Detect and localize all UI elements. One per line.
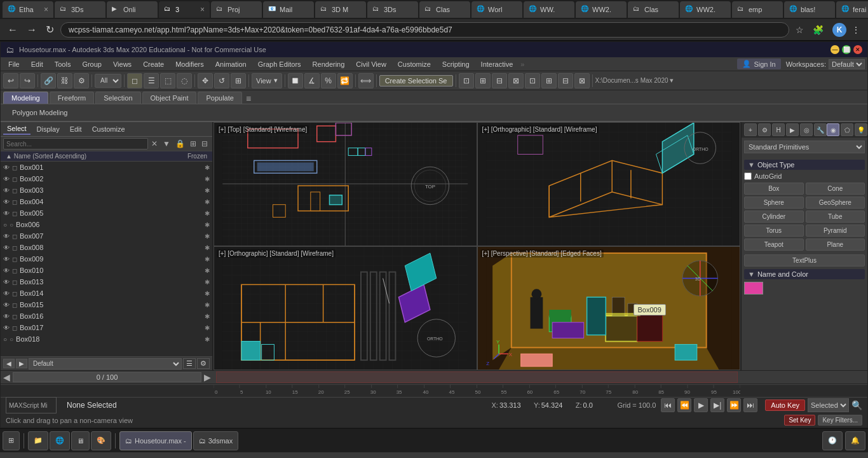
explorer-item-box002[interactable]: 👁◻Box002✱	[1, 173, 212, 184]
panel-display-icon[interactable]: ◎	[800, 123, 813, 136]
tab-selection[interactable]: Selection	[95, 92, 140, 104]
browser-tab-6[interactable]: 📧 Mail	[263, 1, 314, 18]
obj-type-cylinder[interactable]: Cylinder	[744, 211, 804, 223]
obj-type-tube[interactable]: Tube	[806, 211, 865, 223]
eye-icon-box006[interactable]: ○	[3, 221, 7, 228]
menu-interactive[interactable]: Interactive	[476, 59, 519, 69]
panel-create-icon[interactable]: +	[744, 123, 757, 136]
panel-utilities-icon[interactable]: 🔧	[814, 123, 827, 136]
eye-icon-box008[interactable]: 👁	[3, 244, 10, 251]
scale-button[interactable]: ⊞	[231, 73, 246, 88]
panel-hierarchy-icon[interactable]: H	[772, 123, 785, 136]
browser-tab-13[interactable]: 🗂 Clas	[628, 1, 679, 18]
explorer-item-box007[interactable]: 👁◻Box007✱	[1, 230, 212, 242]
standard-primitives-select[interactable]: Standard Primitives	[744, 141, 865, 153]
menu-create[interactable]: Create	[138, 59, 169, 69]
ribbon-polygon-modeling[interactable]: Polygon Modeling	[6, 108, 74, 118]
eye-icon-box017[interactable]: 👁	[3, 324, 10, 331]
browser-tab-1[interactable]: 🌐 Etha ×	[3, 1, 53, 18]
lasso-select-button[interactable]: ◌	[177, 73, 192, 88]
taskbar-clock[interactable]: 🕐	[822, 431, 843, 450]
taskbar-browser[interactable]: 🌐	[50, 431, 70, 450]
unlink-button[interactable]: ⛓	[57, 73, 72, 88]
obj-type-pyramid[interactable]: Pyramid	[806, 225, 865, 237]
named-sel-5[interactable]: ⊡	[525, 73, 540, 88]
auto-key-button[interactable]: Auto Key	[765, 399, 805, 411]
explorer-tab-display[interactable]: Display	[33, 124, 64, 134]
explorer-item-box009[interactable]: 👁◻Box009✱	[1, 253, 212, 265]
eye-icon-box003[interactable]: 👁	[3, 187, 10, 194]
explorer-item-box004[interactable]: 👁◻Box004✱	[1, 196, 212, 207]
menu-group[interactable]: Group	[77, 59, 107, 69]
minimize-button[interactable]: —	[831, 45, 839, 54]
spinner-snap-button[interactable]: 🔁	[337, 73, 353, 88]
explorer-expand-btn[interactable]: ⊞	[188, 139, 198, 149]
reload-button[interactable]: ↻	[43, 22, 57, 37]
browser-tab-15[interactable]: 🗂 emp	[732, 1, 783, 18]
explorer-filter-btn[interactable]: ▼	[161, 139, 172, 149]
obj-type-textplus[interactable]: TextPlus	[744, 254, 865, 267]
angle-snap-button[interactable]: ∡	[304, 73, 320, 88]
mirror-button[interactable]: ⟺	[358, 73, 374, 88]
named-sel-2[interactable]: ⊞	[475, 73, 491, 88]
profile-avatar[interactable]: K	[832, 23, 846, 37]
set-key-button[interactable]: Set Key	[784, 415, 815, 426]
named-sel-3[interactable]: ⊟	[492, 73, 507, 88]
explorer-lock-btn[interactable]: 🔒	[173, 139, 187, 149]
redo-button[interactable]: ↪	[20, 73, 35, 88]
eye-icon-box004[interactable]: 👁	[3, 198, 10, 205]
layer-select[interactable]: Default	[29, 358, 182, 370]
browser-menu-button[interactable]: ⋮	[849, 24, 863, 36]
eye-icon-box002[interactable]: 👁	[3, 176, 10, 183]
explorer-prev-btn[interactable]: ◀	[3, 359, 15, 368]
render-icon-box002[interactable]: ◻	[12, 176, 17, 183]
explorer-collapse-btn[interactable]: ⊟	[200, 139, 210, 149]
menu-civil-view[interactable]: Civil View	[351, 59, 391, 69]
eye-icon-box013[interactable]: 👁	[3, 279, 10, 286]
filter-select[interactable]: All	[95, 74, 121, 88]
create-selection-button[interactable]: Create Selection Se	[379, 75, 453, 87]
eye-icon-box007[interactable]: 👁	[3, 233, 10, 240]
explorer-item-box008[interactable]: 👁◻Box008✱	[1, 242, 212, 253]
browser-tab-8[interactable]: 🗂 3Ds	[367, 1, 418, 18]
eye-icon-box009[interactable]: 👁	[3, 256, 10, 263]
obj-type-cone[interactable]: Cone	[806, 183, 865, 195]
named-sel-1[interactable]: ⊡	[459, 73, 474, 88]
obj-type-torus[interactable]: Torus	[744, 225, 804, 237]
menu-graph-editors[interactable]: Graph Editors	[253, 59, 306, 69]
render-icon-box018[interactable]: ○	[10, 336, 13, 343]
browser-tab-16[interactable]: 🌐 blas!	[784, 1, 835, 18]
render-icon-box008[interactable]: ◻	[12, 244, 17, 251]
panel-light-icon[interactable]: 💡	[855, 123, 867, 136]
explorer-list[interactable]: 👁◻Box001✱👁◻Box002✱👁◻Box003✱👁◻Box004✱👁◻Bo…	[1, 162, 212, 356]
workspaces-select[interactable]: Default	[829, 59, 865, 69]
render-icon-box004[interactable]: ◻	[12, 198, 17, 205]
named-sel-8[interactable]: ⊠	[574, 73, 590, 88]
explorer-item-box018[interactable]: ○○Box018✱	[1, 333, 212, 345]
taskbar-notifications[interactable]: 🔔	[845, 431, 865, 450]
tab-close-4[interactable]: ×	[200, 5, 205, 14]
start-button[interactable]: ⊞	[3, 431, 20, 450]
ribbon-more-btn[interactable]: ≡	[246, 94, 251, 104]
render-icon-box003[interactable]: ◻	[12, 187, 17, 194]
named-sel-7[interactable]: ⊟	[558, 73, 573, 88]
autogrid-checkbox[interactable]	[744, 172, 752, 180]
play-btn[interactable]: ▶	[694, 398, 708, 412]
menu-modifiers[interactable]: Modifiers	[170, 59, 209, 69]
explorer-add-layer-btn[interactable]: ☰	[183, 358, 196, 369]
taskbar-file-explorer[interactable]: 📁	[28, 431, 48, 450]
viewport-perspective[interactable]: [+] [Perspective] [Standard] [Edged Face…	[477, 246, 741, 370]
browser-tab-17[interactable]: 🌐 ferai	[836, 1, 868, 18]
explorer-tab-customize[interactable]: Customize	[88, 124, 129, 134]
select-move-button[interactable]: ✥	[198, 73, 213, 88]
rotate-button[interactable]: ↺	[214, 73, 229, 88]
explorer-tab-select[interactable]: Select	[3, 123, 31, 135]
menu-tools[interactable]: Tools	[50, 59, 76, 69]
render-icon-box016[interactable]: ◻	[12, 313, 17, 320]
browser-tab-12[interactable]: 🌐 WW2.	[576, 1, 627, 18]
obj-type-sphere[interactable]: Sphere	[744, 197, 804, 209]
explorer-tab-edit[interactable]: Edit	[66, 124, 86, 134]
render-icon-box006[interactable]: ○	[10, 221, 13, 228]
browser-tab-14[interactable]: 🌐 WW2.	[680, 1, 731, 18]
render-icon-box001[interactable]: ◻	[12, 164, 17, 171]
